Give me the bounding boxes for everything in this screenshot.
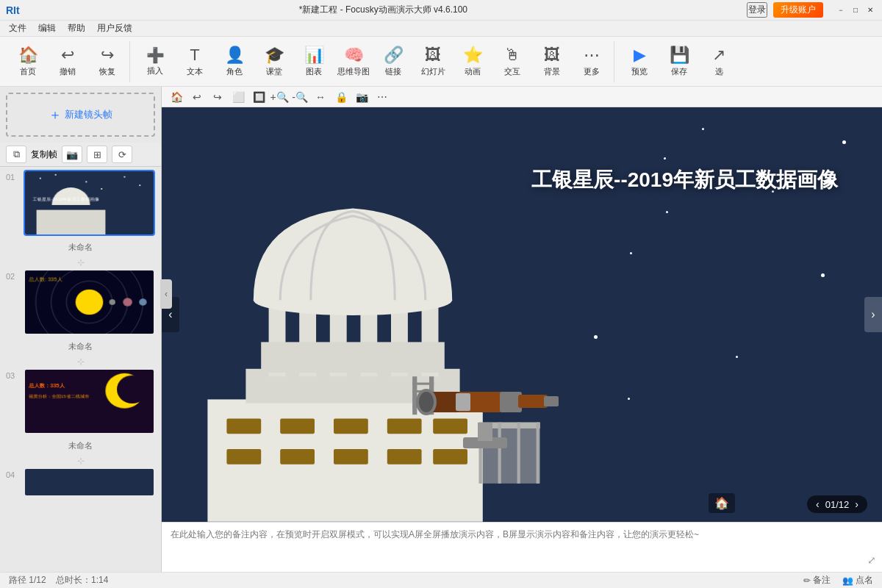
toolbar-mindmap-label: 思维导图 bbox=[337, 66, 370, 77]
rollcall-button[interactable]: 👥 点名 bbox=[842, 574, 873, 587]
app-title: *新建工程 - Focusky动画演示大师 v4.6.100 bbox=[299, 4, 467, 15]
slide-thumb-2[interactable] bbox=[24, 269, 155, 335]
slide-canvas[interactable]: 工银星辰--2019年新员工数据画像 bbox=[162, 107, 882, 522]
camera-button[interactable]: 📷 bbox=[62, 146, 82, 163]
lesson-icon: 🎓 bbox=[265, 46, 284, 65]
page-current: 01/12 bbox=[825, 499, 850, 510]
frame-more-button[interactable]: ⟳ bbox=[112, 146, 132, 163]
toolbar-animation-button[interactable]: ⭐ 动画 bbox=[453, 41, 492, 82]
text-icon: T bbox=[190, 46, 199, 65]
ct-fit-button[interactable]: ↔ bbox=[312, 89, 329, 105]
notes-label: 备注 bbox=[813, 574, 831, 587]
slide-label-3: 未命名 bbox=[6, 440, 155, 451]
slide-entry-3: 03 未命名 bbox=[6, 368, 155, 451]
toolbar-text-button[interactable]: T 文本 bbox=[176, 41, 214, 82]
ct-home-button[interactable]: 🏠 bbox=[168, 89, 185, 105]
preview-icon: ▶ bbox=[634, 46, 646, 65]
slide-title: 工银星辰--2019年新员工数据画像 bbox=[531, 166, 838, 194]
more-icon: ⋯ bbox=[584, 46, 600, 65]
page-next-button[interactable]: › bbox=[855, 498, 858, 510]
toolbar-lesson-button[interactable]: 🎓 课堂 bbox=[255, 41, 293, 82]
slide-panel: ＋ 新建镜头帧 ⧉ 复制帧 📷 ⊞ ⟳ 01 bbox=[0, 87, 162, 572]
menu-bar: 文件 编辑 帮助 用户反馈 bbox=[0, 21, 882, 37]
notes-button[interactable]: ✏ 备注 bbox=[803, 574, 831, 587]
ct-screenshot-button[interactable]: 📷 bbox=[353, 89, 370, 105]
ct-lock-button[interactable]: 🔒 bbox=[332, 89, 350, 105]
notes-icon: ✏ bbox=[803, 576, 811, 586]
slide-num-4: 04 bbox=[6, 467, 19, 479]
nav-next-button[interactable]: › bbox=[864, 297, 882, 332]
toolbar-save-button[interactable]: 💾 保存 bbox=[660, 41, 698, 82]
toolbar-lesson-label: 课堂 bbox=[266, 66, 282, 77]
svg-rect-41 bbox=[544, 396, 559, 406]
frame-more-icon: ⟳ bbox=[118, 149, 126, 160]
slide-item-1: 01 bbox=[6, 170, 155, 236]
toolbar-interact-button[interactable]: 🖱 交互 bbox=[493, 41, 531, 82]
sidebar-collapse-button[interactable]: ‹ bbox=[160, 279, 172, 309]
toolbar-mindmap-button[interactable]: 🧠 思维导图 bbox=[334, 41, 373, 82]
toolbar-background-button[interactable]: 🖼 背景 bbox=[533, 41, 571, 82]
toolbar-select-button[interactable]: ↗ 选 bbox=[700, 41, 738, 82]
toolbar-ppt-button[interactable]: 🖼 幻灯片 bbox=[414, 41, 452, 82]
toolbar-undo-label: 撤销 bbox=[60, 66, 76, 77]
mindmap-icon: 🧠 bbox=[344, 46, 364, 65]
svg-rect-40 bbox=[518, 395, 548, 408]
toolbar-home-button[interactable]: 🏠 首页 bbox=[9, 41, 47, 82]
toolbar-role-label: 角色 bbox=[226, 66, 243, 77]
ct-zoom-out-button[interactable]: -🔍 bbox=[291, 89, 309, 105]
toolbar-role-button[interactable]: 👤 角色 bbox=[215, 41, 254, 82]
slide-item-3: 03 bbox=[6, 368, 155, 434]
canvas-home-button[interactable]: 🏠 bbox=[709, 493, 735, 513]
login-button[interactable]: 登录 bbox=[747, 2, 767, 18]
plus-icon: ＋ bbox=[49, 106, 62, 123]
menu-edit[interactable]: 编辑 bbox=[32, 21, 62, 36]
toolbar-group-nav: 🏠 首页 ↩ 撤销 ↪ 恢复 bbox=[6, 41, 130, 82]
ct-zoom-in-button[interactable]: +🔍 bbox=[270, 89, 288, 105]
slide-thumb-4[interactable] bbox=[24, 467, 155, 497]
ct-select-button[interactable]: 🔲 bbox=[250, 89, 268, 105]
svg-rect-7 bbox=[280, 449, 315, 465]
slide-thumb-3[interactable] bbox=[24, 368, 155, 434]
animation-icon: ⭐ bbox=[463, 46, 483, 65]
toolbar-undo-button[interactable]: ↩ 撤销 bbox=[49, 41, 87, 82]
notes-input[interactable] bbox=[162, 523, 882, 572]
toolbar-preview-button[interactable]: ▶ 预览 bbox=[620, 41, 659, 82]
slide-item-2: 02 bbox=[6, 269, 155, 335]
toolbar-more-button[interactable]: ⋯ 更多 bbox=[573, 41, 611, 82]
app-logo: RIt bbox=[6, 4, 20, 16]
notes-expand-button[interactable]: ⤢ bbox=[867, 554, 876, 566]
new-frame-button[interactable]: ＋ 新建镜头帧 bbox=[6, 93, 155, 137]
maximize-button[interactable]: □ bbox=[850, 4, 861, 16]
toolbar-redo-button[interactable]: ↪ 恢复 bbox=[88, 41, 126, 82]
toolbar: 🏠 首页 ↩ 撤销 ↪ 恢复 ➕ 插入 T 文本 👤 角色 🎓 课堂 � bbox=[0, 37, 882, 87]
menu-help[interactable]: 帮助 bbox=[62, 21, 91, 36]
ct-redo-button[interactable]: ↪ bbox=[209, 89, 226, 105]
copy-frame-button[interactable]: ⧉ bbox=[6, 146, 26, 163]
drag-handle-3: ⊹ bbox=[6, 456, 155, 466]
slide-thumb-1[interactable] bbox=[24, 170, 155, 236]
ct-frame-button[interactable]: ⬜ bbox=[229, 89, 247, 105]
menu-feedback[interactable]: 用户反馈 bbox=[91, 21, 138, 36]
toolbar-group-insert: ➕ 插入 T 文本 👤 角色 🎓 课堂 📊 图表 🧠 思维导图 🔗 链接 🖼 bbox=[133, 41, 614, 82]
status-bar: 路径 1/12 总时长：1:14 ✏ 备注 👥 点名 bbox=[0, 572, 882, 588]
page-prev-button[interactable]: ‹ bbox=[816, 498, 820, 510]
toolbar-chart-button[interactable]: 📊 图表 bbox=[295, 41, 333, 82]
telescope-illustration bbox=[412, 342, 559, 459]
upgrade-button[interactable]: 升级账户 bbox=[773, 2, 823, 18]
toolbar-select-label: 选 bbox=[715, 66, 723, 77]
slide-label-2: 未命名 bbox=[6, 341, 155, 352]
menu-file[interactable]: 文件 bbox=[3, 21, 32, 36]
minimize-button[interactable]: － bbox=[835, 4, 847, 16]
close-button[interactable]: ✕ bbox=[864, 4, 876, 16]
ct-undo-button[interactable]: ↩ bbox=[188, 89, 206, 105]
toolbar-link-button[interactable]: 🔗 链接 bbox=[374, 41, 412, 82]
ct-more-button[interactable]: ⋯ bbox=[373, 89, 391, 105]
drag-handle-2: ⊹ bbox=[6, 356, 155, 367]
slide-entry-1: 01 未命名 bbox=[6, 170, 155, 253]
toolbar-ppt-label: 幻灯片 bbox=[421, 66, 445, 77]
toolbar-insert-button[interactable]: ➕ 插入 bbox=[136, 41, 174, 82]
chart-icon: 📊 bbox=[304, 46, 324, 65]
toolbar-background-label: 背景 bbox=[544, 66, 560, 77]
rollcall-icon: 👥 bbox=[842, 576, 853, 586]
frame-options-button[interactable]: ⊞ bbox=[87, 146, 107, 163]
